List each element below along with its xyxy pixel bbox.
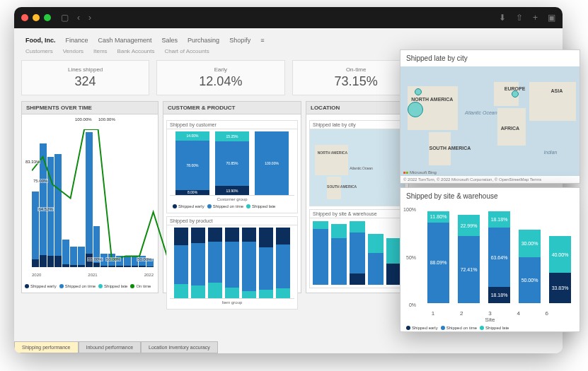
kpi-lines-shipped[interactable]: Lines shipped324	[21, 60, 149, 95]
subnav-bank[interactable]: Bank Accounts	[117, 48, 155, 54]
nav-purchasing[interactable]: Purchasing	[188, 37, 219, 44]
sidebar-icon[interactable]: ▢	[61, 13, 69, 23]
world-map[interactable]: NORTH AMERICA EUROPE ASIA Atlantic Ocean…	[400, 66, 580, 176]
product-stacked-bars	[170, 228, 294, 299]
nav-finance[interactable]: Finance	[66, 37, 88, 44]
panel-title: LOCATION	[306, 102, 408, 114]
close-icon[interactable]	[21, 14, 28, 21]
customer-stacked-bars: 14.00%78.00%8.00%15.25%70.85%13.90%100.0…	[170, 132, 294, 196]
sot-chart: 83.33% 75.00% 64.52% 100.00% 100.00% 55.…	[25, 117, 155, 280]
kpi-early[interactable]: Early12.04%	[156, 60, 284, 95]
subnav-coa[interactable]: Chart of Accounts	[165, 48, 209, 54]
share-icon[interactable]: ⇧	[516, 13, 523, 23]
overlay-title: Shipped by site & warehouse	[400, 188, 580, 204]
report-tabs: Shipping performance Inbound performance…	[14, 341, 218, 353]
nav-shopify[interactable]: Shopify	[229, 37, 250, 44]
panel-location[interactable]: LOCATION Shipped late by city NORTH AMER…	[306, 101, 409, 293]
subnav-customers[interactable]: Customers	[25, 48, 53, 54]
top-nav: Food, Inc. Finance Cash Management Sales…	[21, 34, 555, 47]
minimize-icon[interactable]	[33, 14, 40, 21]
overlay-shipped-by-site[interactable]: Shipped by site & warehouse 100%50%0% 11…	[400, 187, 580, 332]
panel-title: SHIPMENTS OVER TIME	[22, 102, 158, 114]
overlay-shipped-late-by-city[interactable]: Shipped late by city NORTH AMERICA EUROP…	[400, 49, 580, 184]
subnav-items[interactable]: Items	[93, 48, 108, 54]
panel-customer-product[interactable]: CUSTOMER & PRODUCT Shipped by customer 1…	[163, 101, 301, 293]
map-mini: NORTH AMERICA SOUTH AMERICA Atlantic Oce…	[309, 129, 405, 206]
forward-icon[interactable]: ›	[88, 13, 91, 23]
overlay-title: Shipped late by city	[400, 50, 580, 66]
nav-cash[interactable]: Cash Management	[98, 37, 152, 44]
panel-shipments-over-time[interactable]: SHIPMENTS OVER TIME 83.33% 75.00% 64.52%…	[21, 101, 158, 293]
nav-sales[interactable]: Sales	[162, 37, 178, 44]
tab-inbound-performance[interactable]: Inbound performance	[79, 341, 142, 353]
sot-legend: Shipped early Shipped on time Shipped la…	[22, 283, 158, 290]
site-stacked-bars: 11.80%88.09%22.99%72.41%18.18%63.64%18.1…	[419, 204, 580, 303]
map-bubble[interactable]	[408, 102, 423, 117]
map-credit: © 2022 TomTom, © 2022 Microsoft Corporat…	[400, 176, 580, 183]
back-icon[interactable]: ‹	[77, 13, 80, 23]
tab-location-inventory[interactable]: Location inventory accuracy	[141, 341, 218, 353]
new-tab-icon[interactable]: +	[533, 13, 538, 23]
map-bubble[interactable]	[512, 90, 519, 98]
tabs-icon[interactable]: ▣	[548, 13, 555, 23]
tab-shipping-performance[interactable]: Shipping performance	[14, 341, 79, 353]
nav-more-icon[interactable]: ≡	[260, 37, 264, 44]
subnav-vendors[interactable]: Vendors	[63, 48, 83, 54]
titlebar: ▢ ‹ › ⬇ ⇧ + ▣	[14, 7, 563, 28]
company-name: Food, Inc.	[25, 37, 56, 44]
maximize-icon[interactable]	[44, 14, 51, 21]
download-icon[interactable]: ⬇	[499, 13, 506, 23]
panel-title: CUSTOMER & PRODUCT	[163, 102, 301, 114]
